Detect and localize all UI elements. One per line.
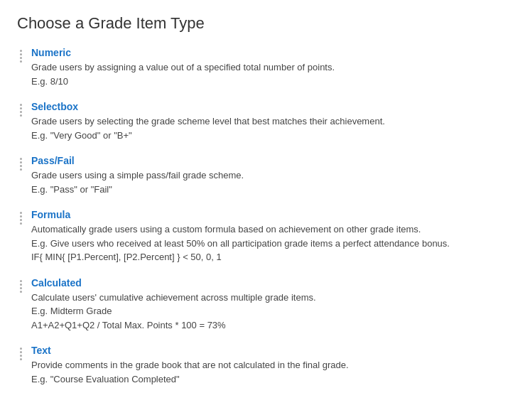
grade-item-title-text[interactable]: Text bbox=[31, 345, 513, 356]
grade-item-example-formula: E.g. Give users who received at least 50… bbox=[31, 237, 513, 264]
grade-item-example-pass-fail: E.g. "Pass" or "Fail" bbox=[31, 183, 513, 197]
grade-item-desc-formula: Automatically grade users using a custom… bbox=[31, 222, 513, 237]
grade-item-desc-pass-fail: Grade users using a simple pass/fail gra… bbox=[31, 168, 513, 183]
grade-item-selectbox: SelectboxGrade users by selecting the gr… bbox=[17, 101, 513, 142]
grade-item-pass-fail: Pass/FailGrade users using a simple pass… bbox=[17, 155, 513, 196]
grade-item-desc-calculated: Calculate users' cumulative achievement … bbox=[31, 291, 513, 305]
grade-item-formula: FormulaAutomatically grade users using a… bbox=[17, 209, 513, 264]
drag-handle-icon-text[interactable] bbox=[17, 346, 24, 356]
grade-item-desc-numeric: Grade users by assigning a value out of … bbox=[31, 60, 513, 75]
drag-handle-icon-formula[interactable] bbox=[17, 210, 24, 220]
grade-item-example-numeric: E.g. 8/10 bbox=[31, 75, 513, 89]
grade-item-title-formula[interactable]: Formula bbox=[31, 209, 513, 220]
grade-item-desc-text: Provide comments in the grade book that … bbox=[31, 358, 513, 372]
drag-handle-icon-selectbox[interactable] bbox=[17, 102, 24, 112]
drag-handle-icon-calculated[interactable] bbox=[17, 279, 24, 289]
grade-item-title-pass-fail[interactable]: Pass/Fail bbox=[31, 155, 513, 166]
grade-item-calculated: CalculatedCalculate users' cumulative ac… bbox=[17, 277, 513, 333]
grade-item-title-selectbox[interactable]: Selectbox bbox=[31, 101, 513, 112]
grade-item-title-numeric[interactable]: Numeric bbox=[31, 47, 513, 58]
grade-item-desc-selectbox: Grade users by selecting the grade schem… bbox=[31, 114, 513, 129]
grade-item-text: TextProvide comments in the grade book t… bbox=[17, 345, 513, 386]
grade-item-example-calculated: E.g. Midterm GradeA1+A2+Q1+Q2 / Total Ma… bbox=[31, 304, 513, 332]
drag-handle-icon-pass-fail[interactable] bbox=[17, 156, 24, 166]
page-title: Choose a Grade Item Type bbox=[17, 14, 513, 33]
grade-item-example-text: E.g. "Course Evaluation Completed" bbox=[31, 372, 513, 387]
grade-item-example-selectbox: E.g. "Very Good" or "B+" bbox=[31, 129, 513, 143]
grade-item-numeric: NumericGrade users by assigning a value … bbox=[17, 47, 513, 88]
drag-handle-icon-numeric[interactable] bbox=[17, 48, 24, 58]
grade-item-title-calculated[interactable]: Calculated bbox=[31, 277, 513, 289]
